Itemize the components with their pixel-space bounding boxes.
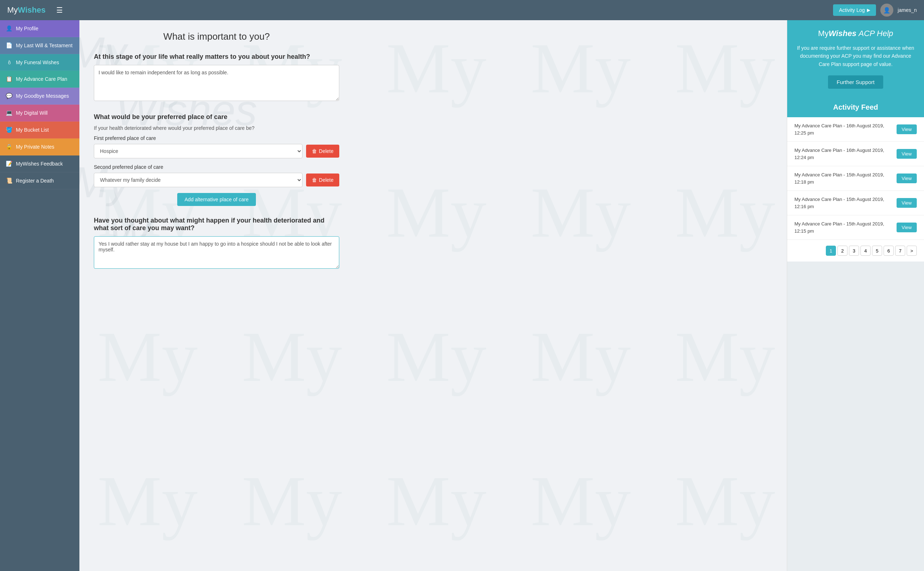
page-button-2[interactable]: 2 bbox=[837, 245, 848, 256]
second-place-row: Whatever my family decide Home Hospital … bbox=[94, 173, 339, 187]
view-button-1[interactable]: View bbox=[896, 125, 917, 134]
header: MyWishes ☰ Activity Log ▶ 👤 james_n bbox=[0, 0, 924, 20]
activity-item-text: My Advance Care Plan - 16th August 2019,… bbox=[794, 147, 896, 161]
main-content: My Wishes My W What is important to you?… bbox=[79, 20, 787, 571]
section2-title: What would be your preferred place of ca… bbox=[94, 113, 339, 121]
activity-item: My Advance Care Plan - 16th August 2019,… bbox=[787, 117, 924, 142]
page-button-4[interactable]: 4 bbox=[861, 245, 871, 256]
sidebar-label: My Funeral Wishes bbox=[16, 60, 59, 65]
page-title: What is important to you? bbox=[94, 31, 339, 42]
view-button-3[interactable]: View bbox=[896, 173, 917, 183]
care-plan-icon: 📋 bbox=[6, 76, 12, 82]
activity-item: My Advance Care Plan - 15th August 2019,… bbox=[787, 166, 924, 191]
user-name: james_n bbox=[898, 7, 917, 13]
sidebar: 👤 My Profile 📄 My Last Will & Testament … bbox=[0, 20, 79, 571]
section2-subtitle: If your health deteriorated where would … bbox=[94, 125, 339, 131]
sidebar-label: My Profile bbox=[16, 26, 38, 31]
logo-wishes: Wishes bbox=[18, 5, 45, 15]
sidebar-item-my-profile[interactable]: 👤 My Profile bbox=[0, 20, 79, 37]
activity-item: My Advance Care Plan - 15th August 2019,… bbox=[787, 215, 924, 240]
view-button-5[interactable]: View bbox=[896, 222, 917, 232]
add-alternative-button[interactable]: Add alternative place of care bbox=[177, 193, 255, 206]
acp-help-text: If you are require further support or as… bbox=[796, 44, 915, 68]
funeral-icon: 🕯 bbox=[6, 59, 12, 65]
logo: MyWishes bbox=[7, 5, 45, 15]
header-right: Activity Log ▶ 👤 james_n bbox=[833, 4, 917, 17]
sidebar-label: MyWishes Feedback bbox=[16, 161, 63, 167]
first-place-label: First preferred place of care bbox=[94, 135, 339, 141]
private-notes-icon: 🔒 bbox=[6, 144, 12, 150]
sidebar-item-my-advance-care-plan[interactable]: 📋 My Advance Care Plan bbox=[0, 71, 79, 88]
sidebar-item-my-digital-will[interactable]: 💻 My Digital Will bbox=[0, 105, 79, 122]
page-button-1[interactable]: 1 bbox=[826, 245, 836, 256]
logo-my: My bbox=[7, 5, 18, 15]
goodbye-icon: 💬 bbox=[6, 93, 12, 99]
sidebar-label: My Private Notes bbox=[16, 144, 54, 150]
digital-will-icon: 💻 bbox=[6, 110, 12, 116]
section1-title: At this stage of your life what really m… bbox=[94, 53, 339, 60]
sidebar-label: My Advance Care Plan bbox=[16, 76, 67, 82]
acp-acp: ACP Help bbox=[859, 29, 893, 38]
further-support-button[interactable]: Further Support bbox=[828, 76, 883, 89]
activity-feed-header: Activity Feed bbox=[787, 97, 924, 117]
view-button-2[interactable]: View bbox=[896, 149, 917, 159]
right-panel: MyWishes ACP Help If you are require fur… bbox=[787, 20, 924, 571]
activity-item-text: My Advance Care Plan - 16th August 2019,… bbox=[794, 122, 896, 136]
first-place-select[interactable]: Hospice Home Hospital Care Home Whatever… bbox=[94, 144, 302, 158]
page-button-6[interactable]: 6 bbox=[884, 245, 894, 256]
second-place-delete-button[interactable]: 🗑 Delete bbox=[306, 173, 339, 187]
acp-wishes: Wishes bbox=[829, 29, 856, 38]
layout: 👤 My Profile 📄 My Last Will & Testament … bbox=[0, 20, 924, 571]
sidebar-label: My Digital Will bbox=[16, 110, 48, 116]
section-health-matters: At this stage of your life what really m… bbox=[94, 53, 339, 102]
will-icon: 📄 bbox=[6, 42, 12, 49]
view-button-4[interactable]: View bbox=[896, 198, 917, 208]
sidebar-label: My Goodbye Messages bbox=[16, 93, 69, 99]
pagination: 1 2 3 4 5 6 7 > bbox=[787, 240, 924, 261]
activity-item-text: My Advance Care Plan - 15th August 2019,… bbox=[794, 221, 896, 235]
acp-my: My bbox=[818, 29, 828, 38]
sidebar-item-my-goodbye-messages[interactable]: 💬 My Goodbye Messages bbox=[0, 88, 79, 105]
acp-help-card: MyWishes ACP Help If you are require fur… bbox=[787, 20, 924, 97]
page-button-3[interactable]: 3 bbox=[849, 245, 859, 256]
activity-item-text: My Advance Care Plan - 15th August 2019,… bbox=[794, 196, 896, 210]
sidebar-label: My Bucket List bbox=[16, 127, 49, 133]
first-place-select-wrapper: Hospice Home Hospital Care Home Whatever… bbox=[94, 144, 302, 158]
page-button-next[interactable]: > bbox=[907, 245, 917, 256]
sidebar-item-my-private-notes[interactable]: 🔒 My Private Notes bbox=[0, 139, 79, 156]
feedback-icon: 📝 bbox=[6, 160, 12, 167]
activity-item: My Advance Care Plan - 16th August 2019,… bbox=[787, 142, 924, 166]
hamburger-icon[interactable]: ☰ bbox=[56, 6, 63, 14]
bucket-list-icon: 🪣 bbox=[6, 127, 12, 133]
health-matters-textarea[interactable]: I would like to remain independent for a… bbox=[94, 65, 339, 101]
sidebar-item-my-last-will[interactable]: 📄 My Last Will & Testament bbox=[0, 37, 79, 54]
sidebar-item-my-funeral-wishes[interactable]: 🕯 My Funeral Wishes bbox=[0, 54, 79, 71]
sidebar-label: My Last Will & Testament bbox=[16, 43, 73, 48]
arrow-icon: ▶ bbox=[867, 8, 870, 12]
avatar[interactable]: 👤 bbox=[880, 4, 893, 17]
trash-icon: 🗑 bbox=[312, 148, 317, 154]
acp-help-title: MyWishes ACP Help bbox=[796, 29, 915, 38]
section3-title: Have you thought about what might happen… bbox=[94, 217, 339, 232]
activity-item: My Advance Care Plan - 15th August 2019,… bbox=[787, 191, 924, 215]
sidebar-item-my-bucket-list[interactable]: 🪣 My Bucket List bbox=[0, 122, 79, 139]
second-place-select-wrapper: Whatever my family decide Home Hospital … bbox=[94, 173, 302, 187]
first-place-row: Hospice Home Hospital Care Home Whatever… bbox=[94, 144, 339, 158]
page-button-7[interactable]: 7 bbox=[895, 245, 905, 256]
health-deteriorated-textarea[interactable]: Yes I would rather stay at my house but … bbox=[94, 236, 339, 269]
main-inner: What is important to you? At this stage … bbox=[94, 31, 339, 270]
sidebar-item-register-a-death[interactable]: 📜 Register a Death bbox=[0, 173, 79, 189]
section-preferred-place: What would be your preferred place of ca… bbox=[94, 113, 339, 206]
section-health-deteriorated: Have you thought about what might happen… bbox=[94, 217, 339, 270]
sidebar-label: Register a Death bbox=[16, 178, 54, 184]
activity-feed-card: Activity Feed My Advance Care Plan - 16t… bbox=[787, 97, 924, 261]
second-place-select[interactable]: Whatever my family decide Home Hospital … bbox=[94, 173, 302, 187]
second-place-label: Second preferred place of care bbox=[94, 164, 339, 170]
activity-item-text: My Advance Care Plan - 15th August 2019,… bbox=[794, 171, 896, 185]
first-place-delete-button[interactable]: 🗑 Delete bbox=[306, 145, 339, 157]
page-button-5[interactable]: 5 bbox=[872, 245, 882, 256]
profile-icon: 👤 bbox=[6, 25, 12, 32]
sidebar-item-mywishes-feedback[interactable]: 📝 MyWishes Feedback bbox=[0, 156, 79, 173]
register-death-icon: 📜 bbox=[6, 177, 12, 184]
activity-log-button[interactable]: Activity Log ▶ bbox=[833, 4, 876, 16]
